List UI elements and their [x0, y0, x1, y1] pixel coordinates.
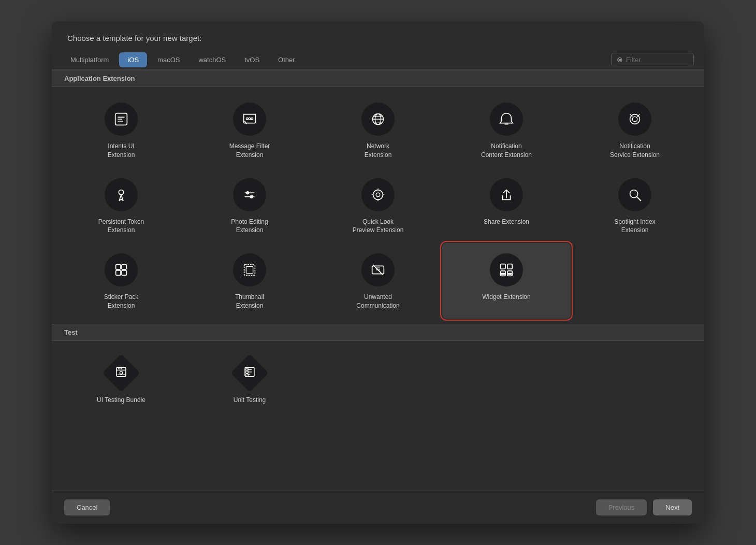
dialog-title: Choose a template for your new target:	[52, 21, 704, 50]
tab-bar: Multiplatform iOS macOS watchOS tvOS Oth…	[52, 50, 704, 70]
template-quick-look[interactable]: Quick LookPreview Extension	[314, 168, 442, 243]
message-filter-label: Message FilterExtension	[229, 142, 270, 160]
svg-rect-36	[246, 267, 253, 274]
svg-point-49	[118, 368, 120, 369]
unit-testing-icon	[233, 356, 266, 390]
tab-ios[interactable]: iOS	[119, 52, 147, 67]
quick-look-icon	[361, 178, 395, 211]
share-icon	[490, 178, 523, 211]
template-intents-ui[interactable]: Intents UIExtension	[57, 92, 185, 168]
intents-ui-icon	[105, 103, 138, 136]
unwanted-comm-label: UnwantedCommunication	[356, 293, 399, 310]
section-app-extension-header: Application Extension	[52, 70, 704, 87]
template-unwanted-comm[interactable]: UnwantedCommunication	[314, 243, 442, 319]
svg-rect-45	[501, 273, 505, 275]
photo-editing-label: Photo EditingExtension	[231, 218, 268, 235]
svg-rect-31	[116, 265, 121, 269]
filter-icon: ⊜	[617, 55, 623, 64]
svg-point-24	[376, 193, 380, 197]
unit-testing-label: Unit Testing	[234, 396, 266, 405]
filter-input[interactable]	[626, 56, 688, 64]
svg-point-18	[119, 190, 123, 194]
template-persistent-token[interactable]: Persistent TokenExtension	[57, 168, 185, 243]
svg-point-7	[251, 118, 253, 120]
ui-testing-icon	[105, 356, 138, 390]
template-ui-testing[interactable]: UI Testing Bundle	[57, 346, 185, 413]
tab-watchos[interactable]: watchOS	[190, 52, 234, 67]
template-widget[interactable]: Widget Extension	[442, 243, 571, 319]
svg-point-21	[246, 191, 249, 194]
svg-rect-41	[501, 264, 505, 269]
sticker-pack-icon	[105, 253, 138, 286]
template-notification-service[interactable]: NotificationService Extension	[571, 92, 699, 168]
widget-label: Widget Extension	[482, 293, 530, 302]
thumbnail-icon	[233, 253, 266, 286]
section-test-header: Test	[52, 324, 704, 341]
svg-point-23	[373, 190, 383, 199]
previous-button[interactable]: Previous	[596, 499, 647, 515]
svg-rect-33	[116, 270, 121, 275]
ui-testing-label: UI Testing Bundle	[97, 396, 146, 405]
svg-point-50	[121, 368, 122, 369]
message-filter-icon	[233, 103, 266, 136]
notification-service-icon	[618, 103, 651, 136]
tab-other[interactable]: Other	[270, 52, 303, 67]
svg-point-6	[249, 118, 251, 120]
tab-macos[interactable]: macOS	[149, 52, 188, 67]
photo-editing-icon	[233, 178, 266, 211]
svg-point-22	[250, 195, 253, 198]
tab-multiplatform[interactable]: Multiplatform	[62, 52, 117, 67]
template-photo-editing[interactable]: Photo EditingExtension	[185, 168, 314, 243]
quick-look-label: Quick LookPreview Extension	[353, 218, 404, 235]
cancel-button[interactable]: Cancel	[64, 499, 110, 515]
sticker-pack-label: Sticker PackExtension	[104, 293, 139, 310]
section-app-extension: Application Extension Intents UIExtensio…	[52, 70, 704, 324]
svg-rect-57	[246, 368, 248, 370]
svg-point-51	[120, 371, 122, 374]
unwanted-comm-icon	[361, 253, 395, 286]
svg-point-15	[632, 117, 637, 121]
persistent-token-label: Persistent TokenExtension	[98, 218, 144, 235]
template-network[interactable]: NetworkExtension	[314, 92, 442, 168]
template-spotlight[interactable]: Spotlight IndexExtension	[571, 168, 699, 243]
svg-rect-46	[508, 273, 512, 275]
svg-line-4	[245, 121, 247, 124]
svg-line-30	[637, 196, 641, 200]
template-message-filter[interactable]: Message FilterExtension	[185, 92, 314, 168]
svg-rect-34	[122, 270, 126, 275]
svg-point-5	[246, 118, 248, 120]
svg-rect-32	[122, 265, 126, 269]
dialog: Choose a template for your new target: M…	[52, 21, 704, 524]
share-label: Share Extension	[484, 218, 529, 226]
svg-rect-59	[246, 374, 248, 376]
template-notification-content[interactable]: NotificationContent Extension	[442, 92, 571, 168]
network-label: NetworkExtension	[365, 142, 392, 160]
svg-rect-42	[507, 264, 512, 269]
spotlight-icon	[618, 178, 651, 211]
spotlight-label: Spotlight IndexExtension	[614, 218, 655, 235]
persistent-token-icon	[105, 178, 138, 211]
notification-service-label: NotificationService Extension	[610, 142, 660, 160]
next-button[interactable]: Next	[653, 499, 692, 515]
notification-content-icon	[490, 103, 523, 136]
template-sticker-pack[interactable]: Sticker PackExtension	[57, 243, 185, 319]
dialog-footer: Cancel Previous Next	[52, 491, 704, 524]
svg-line-40	[373, 265, 383, 275]
notification-content-label: NotificationContent Extension	[481, 142, 532, 160]
network-icon	[361, 103, 395, 136]
tab-tvos[interactable]: tvOS	[236, 52, 268, 67]
content-area: Application Extension Intents UIExtensio…	[52, 70, 704, 491]
app-extension-grid: Intents UIExtension Message FilterExten	[52, 87, 704, 324]
template-share[interactable]: Share Extension	[442, 168, 571, 243]
widget-icon	[490, 253, 523, 286]
intents-ui-label: Intents UIExtension	[108, 142, 135, 160]
filter-box[interactable]: ⊜	[611, 53, 694, 66]
section-test: Test	[52, 324, 704, 418]
template-thumbnail[interactable]: ThumbnailExtension	[185, 243, 314, 319]
thumbnail-label: ThumbnailExtension	[235, 293, 264, 310]
template-unit-testing[interactable]: Unit Testing	[185, 346, 314, 413]
test-grid: UI Testing Bundle	[52, 341, 704, 418]
